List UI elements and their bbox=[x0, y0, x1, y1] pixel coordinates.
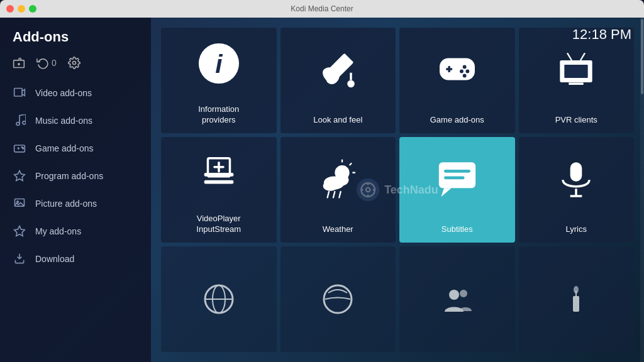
minimize-button[interactable] bbox=[18, 5, 25, 13]
main-container: Add-ons 0 bbox=[0, 18, 644, 362]
sidebar-item-label: Video add-ons bbox=[35, 88, 92, 98]
sidebar-item-label: Program add-ons bbox=[35, 171, 103, 181]
sidebar-item-video-addons[interactable]: Video add-ons bbox=[0, 79, 151, 107]
svg-line-34 bbox=[567, 53, 572, 60]
tile-subtitles[interactable]: Subtitles bbox=[399, 137, 515, 243]
svg-rect-24 bbox=[440, 58, 475, 80]
svg-rect-32 bbox=[565, 65, 588, 78]
window-controls[interactable] bbox=[6, 5, 36, 13]
info-icon: i bbox=[161, 28, 277, 99]
tile-label: Subtitles bbox=[436, 224, 478, 235]
sidebar-item-download[interactable]: Download bbox=[0, 245, 151, 273]
picture-icon bbox=[13, 197, 26, 211]
svg-point-62 bbox=[449, 290, 459, 300]
globe-partial-icon bbox=[161, 259, 277, 339]
title-bar: Kodi Media Center bbox=[0, 0, 644, 18]
videoplayer-icon bbox=[161, 137, 277, 209]
lookfeel-icon bbox=[280, 28, 396, 110]
tile-pvr-clients[interactable]: PVR clients bbox=[519, 28, 635, 133]
subtitles-icon bbox=[399, 137, 515, 219]
svg-rect-4 bbox=[14, 89, 23, 97]
tile-label: Informationproviders bbox=[193, 104, 244, 126]
clock: 12:18 PM bbox=[572, 26, 631, 43]
svg-rect-37 bbox=[204, 180, 233, 184]
sidebar-item-music-addons[interactable]: Music add-ons bbox=[0, 107, 151, 134]
svg-marker-11 bbox=[14, 171, 25, 181]
tile-game-addons[interactable]: Game add-ons bbox=[399, 28, 515, 133]
svg-rect-51 bbox=[439, 162, 475, 188]
tile-label: Game add-ons bbox=[425, 115, 489, 126]
svg-text:i: i bbox=[215, 50, 223, 79]
sidebar-item-label: Download bbox=[35, 254, 74, 264]
tile-label: VideoPlayerInputStream bbox=[191, 214, 246, 235]
sidebar-item-label: Picture add-ons bbox=[35, 199, 97, 209]
scrollbar[interactable] bbox=[640, 18, 644, 362]
svg-rect-54 bbox=[444, 176, 465, 179]
svg-point-23 bbox=[347, 80, 355, 87]
sidebar-item-label: My add-ons bbox=[35, 226, 81, 236]
svg-marker-52 bbox=[441, 188, 451, 197]
svg-point-47 bbox=[323, 180, 338, 190]
tile-label: Weather bbox=[318, 224, 358, 235]
sidebar-item-label: Music add-ons bbox=[35, 116, 92, 126]
tile-row3-1[interactable] bbox=[161, 246, 277, 352]
video-icon bbox=[13, 86, 26, 100]
program-icon bbox=[13, 169, 26, 183]
svg-point-10 bbox=[23, 148, 24, 149]
svg-line-49 bbox=[333, 192, 335, 197]
candle-partial-icon bbox=[519, 259, 635, 339]
sidebar-nav: Video add-ons Music add-ons bbox=[0, 79, 151, 273]
svg-marker-5 bbox=[22, 89, 25, 96]
svg-line-35 bbox=[580, 53, 585, 60]
close-button[interactable] bbox=[6, 5, 14, 13]
sidebar-item-program-addons[interactable]: Program add-ons bbox=[0, 162, 151, 190]
refresh-button[interactable]: 0 bbox=[36, 57, 57, 69]
tile-row3-3[interactable] bbox=[399, 246, 515, 352]
gamepad-icon bbox=[13, 141, 26, 155]
tile-look-feel[interactable]: Look and feel bbox=[280, 28, 396, 133]
window-title: Kodi Media Center bbox=[291, 4, 353, 13]
sidebar-item-game-addons[interactable]: Game add-ons bbox=[0, 134, 151, 162]
update-count: 0 bbox=[52, 58, 57, 68]
tile-videoplayer-inputstream[interactable]: VideoPlayerInputStream bbox=[161, 137, 277, 243]
sidebar-header: Add-ons bbox=[0, 18, 151, 52]
weather-icon bbox=[280, 137, 396, 219]
svg-point-30 bbox=[463, 74, 467, 77]
sidebar-item-my-addons[interactable]: My add-ons bbox=[0, 217, 151, 245]
music-icon bbox=[13, 114, 26, 128]
svg-point-29 bbox=[460, 69, 464, 73]
content-area: i Informationproviders bbox=[151, 18, 644, 362]
gamepad-tile-icon bbox=[399, 28, 515, 110]
svg-point-63 bbox=[460, 290, 467, 297]
settings-button[interactable] bbox=[68, 57, 80, 69]
tile-row3-2[interactable] bbox=[280, 246, 396, 352]
addon-grid: i Informationproviders bbox=[161, 28, 634, 352]
svg-line-50 bbox=[340, 192, 341, 197]
svg-point-27 bbox=[463, 65, 467, 69]
sidebar: Add-ons 0 bbox=[0, 18, 151, 362]
sidebar-item-picture-addons[interactable]: Picture add-ons bbox=[0, 190, 151, 217]
svg-marker-14 bbox=[14, 226, 25, 236]
tile-lyrics[interactable]: Lyrics bbox=[519, 137, 635, 243]
svg-rect-64 bbox=[573, 296, 579, 312]
svg-point-28 bbox=[465, 69, 469, 73]
sidebar-icons-row: 0 bbox=[0, 52, 151, 79]
svg-rect-55 bbox=[570, 162, 582, 181]
tile-weather[interactable]: Weather bbox=[280, 137, 396, 243]
scrollbar-thumb[interactable] bbox=[641, 19, 643, 94]
maximize-button[interactable] bbox=[29, 5, 36, 13]
sidebar-item-label: Game add-ons bbox=[35, 143, 94, 153]
tile-label: Lyrics bbox=[561, 224, 592, 235]
page-title: Add-ons bbox=[13, 29, 69, 45]
tile-row3-4[interactable] bbox=[519, 246, 635, 352]
svg-line-48 bbox=[328, 192, 329, 197]
people-partial-icon bbox=[399, 259, 515, 339]
globe2-partial-icon bbox=[280, 259, 396, 339]
tile-info-providers[interactable]: i Informationproviders bbox=[161, 28, 277, 133]
svg-rect-53 bbox=[444, 170, 470, 173]
myaddon-icon bbox=[13, 224, 26, 238]
svg-point-66 bbox=[574, 286, 579, 293]
svg-point-13 bbox=[17, 201, 18, 203]
lyrics-icon bbox=[519, 137, 635, 219]
addon-icon-button[interactable] bbox=[13, 57, 25, 69]
